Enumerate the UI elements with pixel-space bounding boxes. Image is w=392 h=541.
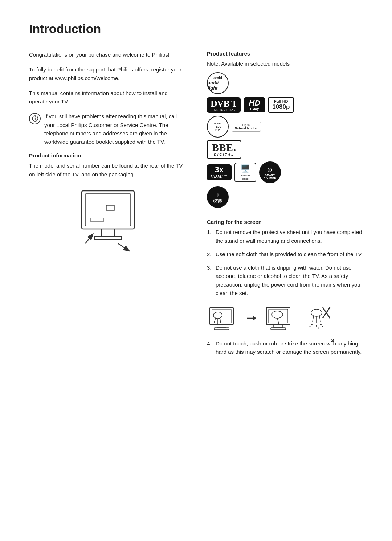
smart-picture-label: SMARTPICTURE bbox=[264, 174, 276, 179]
badge-row-2: PIXELPLUS2HD Digital Natural Motion bbox=[207, 116, 363, 138]
intro-para1: Congratulations on your purchase and wel… bbox=[29, 50, 185, 59]
caring-text-2: Use the soft cloth that is provided to c… bbox=[216, 250, 363, 258]
svg-line-7 bbox=[118, 243, 129, 251]
page-number: 3 bbox=[331, 337, 334, 343]
screen-care-diagram bbox=[207, 304, 363, 333]
badge-row-1: DVB T TERRESTRIAL HD ready Full HD 1080p bbox=[207, 97, 363, 113]
swivel-badge: 🖥️ Swivelbase bbox=[234, 163, 256, 182]
ambilight-badge: ambi ambi light bbox=[207, 72, 229, 94]
smart-picture-icon: ⊙ bbox=[267, 166, 273, 174]
fullhd-top: Full HD bbox=[274, 99, 288, 103]
features-note: Note: Available in selected models bbox=[207, 60, 363, 68]
intro-para2: To fully benefit from the support that P… bbox=[29, 65, 185, 82]
badge-row-3: BBE. DIGITAL bbox=[207, 140, 363, 159]
svg-rect-20 bbox=[274, 325, 283, 328]
features-title: Product features bbox=[207, 50, 363, 57]
product-info-text: The model and serial number can be found… bbox=[29, 161, 185, 179]
svg-point-24 bbox=[311, 309, 322, 316]
bbe-badge: BBE. DIGITAL bbox=[207, 140, 241, 159]
hd-label: ready bbox=[250, 107, 259, 111]
caring-item-1: 1. Do not remove the protective sheet un… bbox=[207, 228, 363, 245]
caring-text-1: Do not remove the protective sheet until… bbox=[216, 228, 363, 245]
svg-line-25 bbox=[313, 316, 314, 322]
caring-text-3: Do not use a cloth that is dripping with… bbox=[216, 263, 363, 297]
hdmi-label: HDMI™ bbox=[211, 174, 228, 179]
swivel-icon: 🖥️ bbox=[240, 164, 250, 174]
intro-para3: This manual contains information about h… bbox=[29, 89, 185, 106]
badge-row-4: 3x HDMI™ 🖥️ Swivelbase ⊙ SMARTPICTURE bbox=[207, 161, 363, 183]
hdmi-3x: 3x bbox=[215, 166, 224, 174]
svg-line-15 bbox=[220, 318, 221, 323]
svg-point-34 bbox=[318, 328, 319, 329]
fullhd-badge: Full HD 1080p bbox=[268, 97, 294, 113]
note-icon: ⓘ bbox=[29, 113, 41, 124]
right-column: Product features Note: Available in sele… bbox=[207, 50, 363, 361]
svg-rect-3 bbox=[94, 236, 122, 240]
smart-picture-badge: ⊙ SMARTPICTURE bbox=[259, 161, 281, 183]
bbe-label: DIGITAL bbox=[214, 153, 234, 156]
caring-num-2: 2. bbox=[207, 250, 212, 258]
smart-sound-icon: ♪ bbox=[216, 191, 220, 198]
svg-point-31 bbox=[316, 325, 317, 327]
smart-sound-badge: ♪ SMARTSOUND bbox=[207, 186, 229, 208]
svg-point-30 bbox=[311, 324, 313, 325]
svg-point-12 bbox=[213, 312, 222, 319]
arrow-right-svg bbox=[246, 314, 257, 323]
caring-item-4: 4. Do not touch, push or rub or strike t… bbox=[207, 339, 363, 356]
svg-point-33 bbox=[310, 326, 311, 327]
note-row: ⓘ If you still have problems after readi… bbox=[29, 112, 185, 146]
caring-num-4: 4. bbox=[207, 339, 212, 356]
wipe-tv-svg bbox=[207, 304, 240, 333]
dvbt-logo: DVB T bbox=[211, 99, 237, 108]
svg-rect-5 bbox=[91, 218, 103, 222]
svg-point-32 bbox=[320, 324, 322, 325]
svg-rect-0 bbox=[82, 191, 134, 229]
ambi-text: ambi bbox=[213, 75, 222, 80]
hdmi-badge: 3x HDMI™ bbox=[207, 164, 232, 180]
ok-tv-svg bbox=[264, 304, 296, 333]
features-section: Product features Note: Available in sele… bbox=[207, 50, 363, 208]
caring-num-3: 3. bbox=[207, 263, 212, 297]
caring-num-1: 1. bbox=[207, 228, 212, 245]
natural-motion-badge: Digital Natural Motion bbox=[232, 122, 261, 132]
caring-text-4: Do not touch, push or rub or strike the … bbox=[216, 339, 363, 356]
not-allowed-container bbox=[303, 306, 332, 331]
svg-rect-21 bbox=[271, 328, 286, 330]
pixel-plus-text: PIXELPLUS2HD bbox=[214, 122, 221, 132]
svg-line-6 bbox=[85, 234, 93, 243]
svg-rect-10 bbox=[217, 325, 226, 328]
svg-point-35 bbox=[322, 326, 323, 327]
not-allowed-svg bbox=[303, 306, 332, 331]
tv-diagram bbox=[29, 187, 185, 254]
product-info-title: Product information bbox=[29, 152, 185, 159]
ambi-light-text: ambi light bbox=[208, 80, 228, 91]
caring-item-3: 3. Do not use a cloth that is dripping w… bbox=[207, 263, 363, 297]
page-title: Introduction bbox=[29, 22, 363, 36]
svg-point-22 bbox=[272, 311, 283, 318]
svg-line-27 bbox=[319, 316, 320, 322]
nm-label: Natural Motion bbox=[235, 127, 258, 130]
caring-list-2: 4. Do not touch, push or rub or strike t… bbox=[207, 339, 363, 356]
bbe-logo: BBE. bbox=[212, 143, 236, 153]
dvbt-badge: DVB T TERRESTRIAL bbox=[207, 97, 241, 113]
badge-row-5: ♪ SMARTSOUND bbox=[207, 186, 363, 208]
swivel-label: Swivelbase bbox=[241, 174, 250, 180]
dvbt-label: TERRESTRIAL bbox=[212, 108, 236, 111]
caring-item-2: 2. Use the soft cloth that is provided t… bbox=[207, 250, 363, 258]
caring-list: 1. Do not remove the protective sheet un… bbox=[207, 228, 363, 297]
svg-rect-2 bbox=[102, 229, 114, 236]
svg-line-13 bbox=[214, 318, 216, 323]
tv-back-svg bbox=[71, 187, 143, 254]
nm-digital: Digital bbox=[242, 123, 250, 127]
caring-section: Caring for the screen 1. Do not remove t… bbox=[207, 219, 363, 356]
left-column: Congratulations on your purchase and wel… bbox=[29, 50, 185, 361]
hd-logo: HD bbox=[249, 99, 260, 107]
fullhd-bottom: 1080p bbox=[272, 103, 290, 111]
pixel-plus-badge: PIXELPLUS2HD bbox=[207, 116, 229, 138]
svg-marker-17 bbox=[253, 316, 256, 320]
note-text: If you still have problems after reading… bbox=[44, 112, 185, 146]
hd-ready-badge: HD ready bbox=[244, 97, 265, 112]
smart-sound-label: SMARTSOUND bbox=[213, 198, 223, 204]
svg-rect-11 bbox=[214, 328, 229, 330]
svg-rect-1 bbox=[85, 194, 131, 226]
